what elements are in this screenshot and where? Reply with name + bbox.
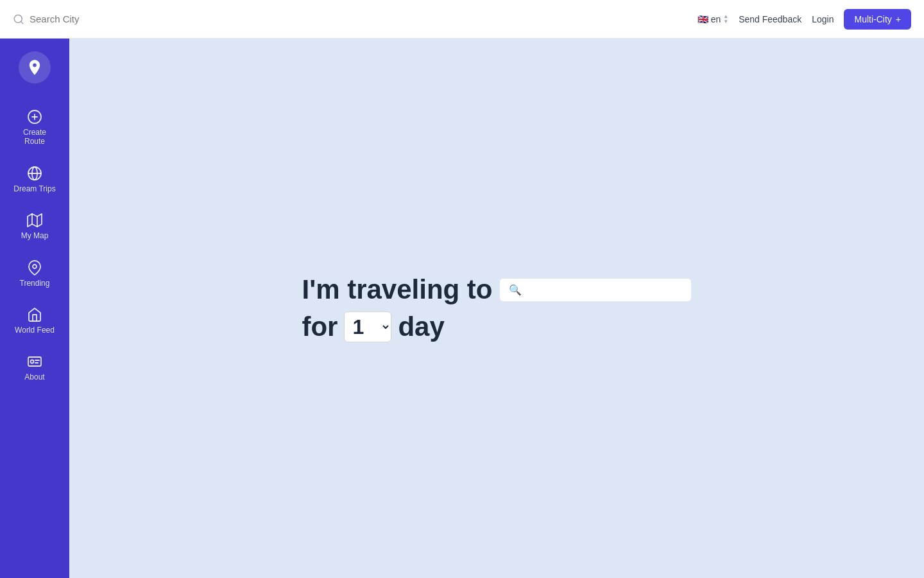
- home-icon: [27, 307, 42, 322]
- plus-icon: +: [896, 14, 901, 24]
- lang-arrows-icon: ▲ ▼: [723, 14, 728, 24]
- sidebar: CreateRoute Dream Trips My: [0, 39, 69, 578]
- globe-icon: [27, 166, 42, 181]
- plus-circle-icon: [27, 109, 42, 125]
- svg-marker-8: [28, 214, 42, 227]
- sidebar-item-world-feed[interactable]: World Feed: [6, 301, 64, 341]
- sidebar-item-about[interactable]: About: [6, 347, 64, 388]
- id-card-icon: [27, 354, 42, 369]
- search-icon: [13, 13, 24, 25]
- lang-code: en: [711, 14, 721, 24]
- phrase-text-traveling: I'm traveling to: [302, 274, 492, 305]
- svg-line-1: [21, 21, 22, 23]
- header-left: [13, 13, 691, 25]
- days-select[interactable]: 1 2 3 4 5 6 7 8 9 10 14 21 30: [344, 311, 391, 342]
- logo-icon: [26, 58, 44, 76]
- search-input[interactable]: [30, 13, 222, 24]
- svg-point-13: [31, 360, 34, 363]
- sidebar-label-about: About: [24, 372, 44, 381]
- travel-phrase: I'm traveling to 🔍 for 1 2 3 4 5 6 7 8: [302, 274, 691, 342]
- login-button[interactable]: Login: [812, 14, 834, 24]
- magnifier-icon: 🔍: [509, 284, 522, 296]
- flag-icon: 🇬🇧: [697, 14, 708, 24]
- phrase-text-for: for: [302, 311, 338, 342]
- map-icon: [27, 213, 42, 228]
- phrase-line-2: for 1 2 3 4 5 6 7 8 9 10 14 21 30 day: [302, 311, 691, 342]
- svg-point-11: [33, 265, 37, 268]
- multi-city-label: Multi-City: [854, 14, 891, 24]
- header-right: 🇬🇧 en ▲ ▼ Send Feedback Login Multi-City…: [697, 9, 911, 30]
- send-feedback-button[interactable]: Send Feedback: [739, 14, 801, 24]
- phrase-line-1: I'm traveling to 🔍: [302, 274, 691, 305]
- logo[interactable]: [19, 51, 51, 83]
- sidebar-item-my-map[interactable]: My Map: [6, 206, 64, 247]
- sidebar-label-my-map: My Map: [21, 231, 49, 240]
- header: 🇬🇧 en ▲ ▼ Send Feedback Login Multi-City…: [0, 0, 924, 39]
- multi-city-button[interactable]: Multi-City +: [844, 9, 911, 30]
- city-search-input[interactable]: [527, 284, 681, 295]
- sidebar-label-world-feed: World Feed: [15, 326, 55, 335]
- city-input-wrap: 🔍: [499, 278, 692, 302]
- sidebar-item-dream-trips[interactable]: Dream Trips: [6, 159, 64, 200]
- phrase-text-day: day: [398, 311, 444, 342]
- main-content: I'm traveling to 🔍 for 1 2 3 4 5 6 7 8: [69, 39, 924, 578]
- sidebar-label-trending: Trending: [20, 279, 50, 288]
- location-icon: [27, 260, 42, 276]
- sidebar-item-trending[interactable]: Trending: [6, 254, 64, 294]
- sidebar-label-create-route: CreateRoute: [23, 128, 46, 146]
- sidebar-label-dream-trips: Dream Trips: [13, 184, 55, 193]
- sidebar-item-create-route[interactable]: CreateRoute: [6, 103, 64, 153]
- language-selector[interactable]: 🇬🇧 en ▲ ▼: [697, 14, 729, 24]
- app-body: CreateRoute Dream Trips My: [0, 39, 924, 578]
